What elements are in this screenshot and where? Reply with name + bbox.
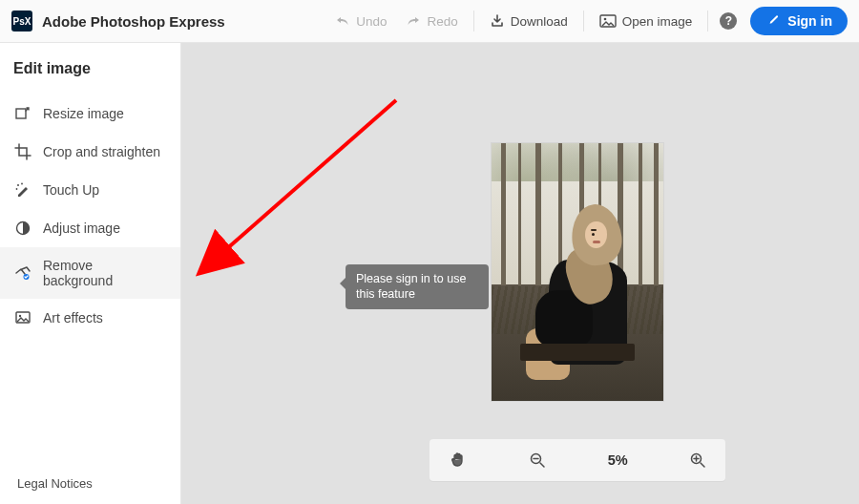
tool-label: Adjust image [43, 220, 120, 236]
svg-point-1 [603, 18, 606, 21]
undo-icon [335, 14, 350, 28]
open-image-icon [599, 14, 617, 28]
redo-label: Redo [427, 14, 457, 29]
crop-icon [14, 143, 31, 160]
help-icon-text: ? [725, 14, 732, 28]
svg-line-12 [224, 100, 396, 251]
redo-button[interactable]: Redo [396, 9, 467, 34]
open-image-label: Open image [622, 14, 693, 29]
resize-icon [14, 105, 31, 122]
svg-point-5 [16, 188, 18, 190]
header-divider [707, 10, 708, 32]
signin-required-tooltip: Please sign in to use this feature [346, 264, 489, 309]
svg-rect-2 [16, 109, 26, 118]
pan-hand-button[interactable] [449, 451, 468, 470]
app-logo: PsX [11, 10, 32, 32]
tool-art-effects[interactable]: Art effects [0, 299, 180, 337]
download-button[interactable]: Download [480, 8, 577, 34]
tool-adjust-image[interactable]: Adjust image [0, 209, 180, 247]
signin-icon [765, 13, 781, 29]
download-label: Download [511, 14, 568, 29]
app-header: PsX Adobe Photoshop Express Undo Redo Do… [0, 0, 859, 43]
sidebar: Edit image Resize image Crop and straigh… [0, 43, 181, 504]
svg-point-4 [21, 183, 23, 185]
tool-resize-image[interactable]: Resize image [0, 94, 180, 133]
undo-label: Undo [356, 14, 387, 29]
signin-label: Sign in [787, 13, 832, 29]
undo-button[interactable]: Undo [325, 9, 396, 34]
redo-icon [406, 14, 421, 28]
tool-remove-background[interactable]: Remove background [0, 247, 180, 299]
zoom-value: 5% [608, 452, 628, 468]
header-divider [583, 10, 584, 32]
canvas-image[interactable] [492, 143, 663, 401]
touchup-icon [14, 181, 31, 199]
help-button[interactable]: ? [720, 12, 737, 30]
app-title: Adobe Photoshop Express [42, 13, 225, 30]
sidebar-title: Edit image [0, 43, 180, 85]
tool-label: Touch Up [43, 182, 99, 198]
svg-point-3 [17, 184, 19, 186]
open-image-button[interactable]: Open image [590, 9, 702, 34]
svg-point-9 [19, 315, 21, 317]
zoom-in-button[interactable] [689, 452, 706, 469]
adjust-icon [14, 220, 31, 237]
tool-list: Resize image Crop and straighten Touch U… [0, 85, 180, 337]
legal-notices-link[interactable]: Legal Notices [0, 467, 180, 504]
remove-bg-icon [14, 264, 31, 282]
art-effects-icon [14, 309, 31, 326]
tooltip-text: Please sign in to use this feature [356, 272, 466, 301]
tool-touch-up[interactable]: Touch Up [0, 171, 180, 209]
zoom-out-button[interactable] [529, 452, 546, 469]
header-divider [473, 10, 474, 32]
zoom-toolbar: 5% [430, 439, 725, 481]
tool-label: Remove background [43, 258, 166, 288]
signin-button[interactable]: Sign in [750, 7, 848, 35]
tool-label: Resize image [43, 106, 124, 121]
tool-label: Art effects [43, 310, 103, 326]
tool-label: Crop and straighten [43, 144, 160, 159]
download-icon [490, 13, 505, 29]
tool-crop-straighten[interactable]: Crop and straighten [0, 133, 180, 171]
app-logo-text: PsX [13, 16, 31, 27]
canvas-area: 5% Please sign in to use this feature [181, 43, 859, 504]
